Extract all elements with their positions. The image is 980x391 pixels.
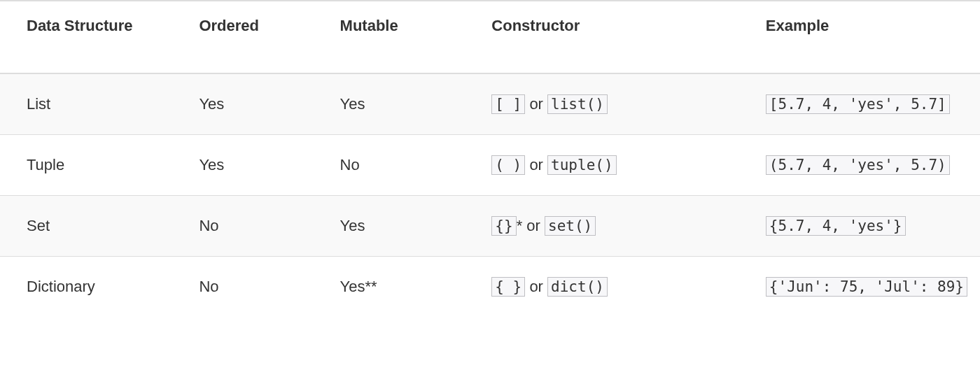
example-code: {5.7, 4, 'yes'} [766, 216, 906, 236]
header-mutable: Mutable [314, 1, 465, 73]
mutable-note: ** [365, 278, 377, 295]
table-row: Dictionary No Yes** { } or dict() {'Jun'… [0, 257, 980, 318]
cell-example: [5.7, 4, 'yes', 5.7] [724, 73, 980, 135]
constructor-literal: [ ] [491, 94, 525, 114]
cell-mutable: No [314, 135, 465, 196]
cell-mutable: Yes [314, 196, 465, 257]
cell-constructor: {}* or set() [465, 196, 724, 257]
constructor-function: set() [545, 216, 596, 236]
mutable-value: Yes [340, 278, 365, 295]
or-text: or [525, 95, 547, 113]
example-code: {'Jun': 75, 'Jul': 89} [766, 277, 967, 297]
table-header: Data Structure Ordered Mutable Construct… [0, 1, 980, 73]
table-body: List Yes Yes [ ] or list() [5.7, 4, 'yes… [0, 73, 980, 317]
table-header-row: Data Structure Ordered Mutable Construct… [0, 1, 980, 73]
header-example: Example [724, 1, 980, 73]
table-row: List Yes Yes [ ] or list() [5.7, 4, 'yes… [0, 73, 980, 135]
cell-constructor: { } or dict() [465, 257, 724, 318]
header-ordered: Ordered [172, 1, 313, 73]
mutable-value: Yes [340, 217, 365, 234]
cell-ordered: No [172, 257, 313, 318]
cell-ordered: Yes [172, 73, 313, 135]
data-structures-table: Data Structure Ordered Mutable Construct… [0, 0, 980, 317]
example-code: (5.7, 4, 'yes', 5.7) [766, 155, 950, 175]
cell-example: {5.7, 4, 'yes'} [724, 196, 980, 257]
or-text: or [522, 217, 545, 234]
table-row: Tuple Yes No ( ) or tuple() (5.7, 4, 'ye… [0, 135, 980, 196]
cell-constructor: [ ] or list() [465, 73, 724, 135]
cell-name: Dictionary [0, 257, 172, 318]
constructor-function: list() [547, 94, 608, 114]
constructor-function: tuple() [547, 155, 617, 175]
header-data-structure: Data Structure [0, 1, 172, 73]
mutable-value: No [340, 156, 360, 173]
constructor-literal: ( ) [491, 155, 525, 175]
cell-example: {'Jun': 75, 'Jul': 89} [724, 257, 980, 318]
mutable-value: Yes [340, 95, 365, 113]
cell-name: Tuple [0, 135, 172, 196]
cell-mutable: Yes [314, 73, 465, 135]
table-row: Set No Yes {}* or set() {5.7, 4, 'yes'} [0, 196, 980, 257]
page-container: Data Structure Ordered Mutable Construct… [0, 0, 980, 317]
cell-name: Set [0, 196, 172, 257]
cell-ordered: No [172, 196, 313, 257]
cell-constructor: ( ) or tuple() [465, 135, 724, 196]
cell-example: (5.7, 4, 'yes', 5.7) [724, 135, 980, 196]
example-code: [5.7, 4, 'yes', 5.7] [766, 94, 950, 114]
constructor-literal: { } [491, 277, 525, 297]
constructor-literal: {} [491, 216, 516, 236]
cell-name: List [0, 73, 172, 135]
constructor-note: * [517, 217, 523, 234]
cell-ordered: Yes [172, 135, 313, 196]
cell-mutable: Yes** [314, 257, 465, 318]
or-text: or [525, 156, 547, 173]
or-text: or [525, 278, 547, 295]
header-constructor: Constructor [465, 1, 724, 73]
constructor-function: dict() [547, 277, 608, 297]
